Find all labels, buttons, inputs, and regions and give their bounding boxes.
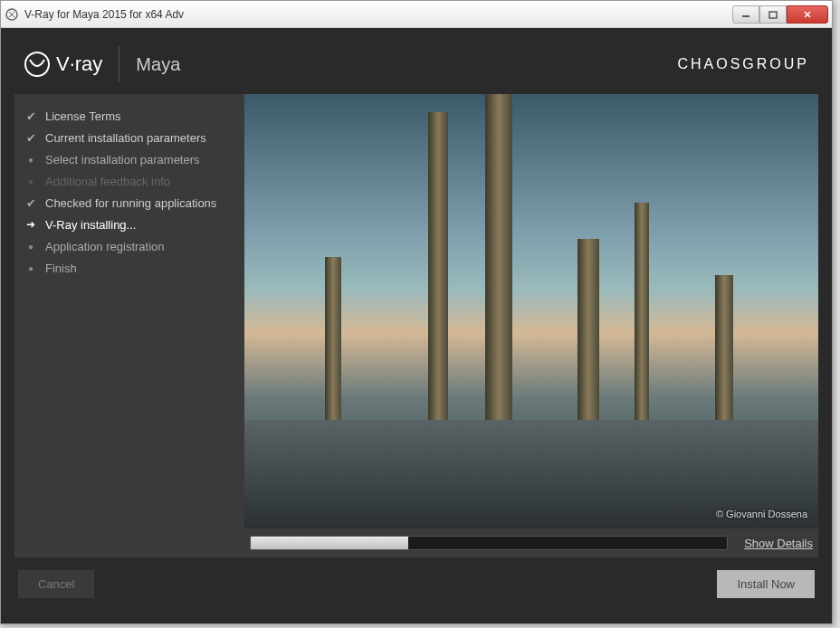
content-area: V·ray Maya CHAOSGROUP License Terms Curr…: [1, 28, 832, 623]
check-icon: [24, 130, 38, 145]
minimize-icon: [741, 10, 750, 19]
chaosgroup-logo: CHAOSGROUP: [677, 56, 809, 72]
show-details-link[interactable]: Show Details: [744, 537, 813, 550]
bullet-icon: [24, 261, 38, 275]
titlebar[interactable]: V-Ray for Maya 2015 for x64 Adv: [1, 1, 832, 28]
svg-point-3: [25, 52, 49, 76]
main-area: License Terms Current installation param…: [14, 94, 818, 557]
steps-sidebar: License Terms Current installation param…: [14, 94, 244, 557]
vray-logo: V·ray: [24, 51, 119, 78]
step-app-registration: Application registration: [24, 235, 235, 257]
bullet-icon: [24, 239, 38, 253]
check-icon: [24, 109, 38, 123]
step-label: Select installation parameters: [45, 153, 200, 167]
step-vray-installing: V-Ray installing...: [24, 214, 235, 235]
footer: Cancel Install Now: [14, 557, 818, 610]
progress-bar: [250, 536, 728, 550]
step-label: Application registration: [45, 240, 165, 253]
check-icon: [24, 195, 38, 210]
window-controls: [732, 5, 828, 24]
step-label: Current installation parameters: [45, 131, 206, 145]
step-label: Additional feedback info: [45, 175, 170, 188]
maximize-icon: [768, 10, 778, 19]
vray-logo-text: V·ray: [56, 52, 102, 76]
step-finish: Finish: [24, 257, 235, 279]
header-divider: [119, 46, 119, 82]
maximize-button[interactable]: [759, 5, 787, 24]
install-now-button[interactable]: Install Now: [717, 570, 815, 598]
step-current-params: Current installation parameters: [24, 127, 235, 148]
bullet-icon: [24, 152, 38, 167]
step-select-params: Select installation parameters: [24, 148, 235, 170]
step-label: V-Ray installing...: [45, 218, 136, 232]
step-license-terms: License Terms: [24, 105, 235, 127]
maya-logo: Maya: [136, 54, 180, 75]
close-button[interactable]: [787, 5, 828, 24]
bullet-icon: [24, 174, 38, 188]
minimize-button[interactable]: [732, 5, 759, 24]
svg-rect-2: [769, 12, 777, 18]
step-checked-apps: Checked for running applications: [24, 192, 235, 214]
preview-image: © Giovanni Dossena: [244, 94, 818, 528]
installer-window: V-Ray for Maya 2015 for x64 Adv V·ray: [0, 0, 833, 624]
preview-panel: © Giovanni Dossena Show Details: [244, 94, 818, 557]
window-title: V-Ray for Maya 2015 for x64 Adv: [24, 8, 732, 21]
step-label: Checked for running applications: [45, 196, 216, 210]
progress-row: Show Details: [244, 536, 818, 550]
close-icon: [803, 10, 812, 19]
image-credit: © Giovanni Dossena: [716, 509, 807, 519]
header: V·ray Maya CHAOSGROUP: [14, 42, 818, 87]
cancel-button[interactable]: Cancel: [18, 570, 94, 598]
step-label: License Terms: [45, 109, 121, 123]
app-icon: [5, 7, 19, 22]
progress-fill: [251, 537, 408, 549]
vray-logo-icon: [24, 51, 51, 78]
arrow-icon: [24, 217, 38, 232]
step-label: Finish: [45, 262, 77, 275]
step-feedback-info: Additional feedback info: [24, 170, 235, 192]
